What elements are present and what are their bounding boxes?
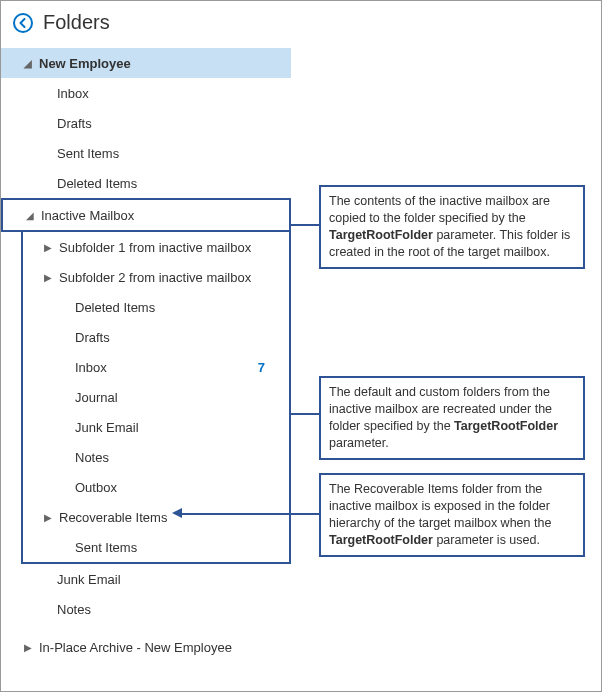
folder-junk-email[interactable]: • Junk Email	[1, 564, 291, 594]
folder-tree: ◢ New Employee • Inbox • Drafts • Sent I…	[1, 48, 291, 662]
folder-subfolder-2[interactable]: ▶ Subfolder 2 from inactive mailbox	[23, 262, 289, 292]
folder-sent-items-inactive[interactable]: • Sent Items	[23, 532, 289, 562]
folder-subfolder-1[interactable]: ▶ Subfolder 1 from inactive mailbox	[23, 232, 289, 262]
folder-label: Subfolder 1 from inactive mailbox	[59, 240, 281, 255]
folder-label: Sent Items	[75, 540, 281, 555]
folder-label: Deleted Items	[57, 176, 283, 191]
page-title: Folders	[43, 11, 110, 34]
folder-drafts[interactable]: • Drafts	[1, 108, 291, 138]
folder-outbox-inactive[interactable]: • Outbox	[23, 472, 289, 502]
folder-label: Inbox	[57, 86, 283, 101]
folder-inbox[interactable]: • Inbox	[1, 78, 291, 108]
caret-right-icon: ▶	[43, 272, 53, 283]
folder-label: Outbox	[75, 480, 281, 495]
folder-junk-inactive[interactable]: • Junk Email	[23, 412, 289, 442]
arrow-left-icon	[172, 508, 182, 518]
folder-label: Journal	[75, 390, 281, 405]
unread-count: 7	[258, 360, 265, 375]
folder-inbox-inactive[interactable]: • Inbox 7	[23, 352, 289, 382]
caret-right-icon: ▶	[43, 242, 53, 253]
folder-label: Drafts	[75, 330, 281, 345]
folder-label: Subfolder 2 from inactive mailbox	[59, 270, 281, 285]
caret-down-icon: ◢	[23, 58, 33, 69]
folder-in-place-archive[interactable]: ▶ In-Place Archive - New Employee	[1, 632, 291, 662]
folder-label: Junk Email	[75, 420, 281, 435]
folder-notes[interactable]: • Notes	[1, 594, 291, 624]
folder-label: New Employee	[39, 56, 283, 71]
folder-label: Junk Email	[57, 572, 283, 587]
back-icon[interactable]	[13, 13, 33, 33]
folder-recoverable-items[interactable]: ▶ Recoverable Items	[23, 502, 289, 532]
folder-root-new-employee[interactable]: ◢ New Employee	[1, 48, 291, 78]
connector-line	[181, 513, 319, 515]
folder-deleted-items[interactable]: • Deleted Items	[1, 168, 291, 198]
caret-right-icon: ▶	[23, 642, 33, 653]
folder-label: Drafts	[57, 116, 283, 131]
connector-line	[291, 224, 319, 226]
folder-inactive-mailbox[interactable]: ◢ Inactive Mailbox	[3, 200, 289, 230]
callout-subfolders: The default and custom folders from the …	[319, 376, 585, 460]
folder-drafts-inactive[interactable]: • Drafts	[23, 322, 289, 352]
callout-inactive-mailbox: The contents of the inactive mailbox are…	[319, 185, 585, 269]
folder-journal-inactive[interactable]: • Journal	[23, 382, 289, 412]
caret-right-icon: ▶	[43, 512, 53, 523]
callout-recoverable-items: The Recoverable Items folder from the in…	[319, 473, 585, 557]
folder-label: Inbox	[75, 360, 258, 375]
folder-label: In-Place Archive - New Employee	[39, 640, 283, 655]
folder-label: Recoverable Items	[59, 510, 281, 525]
folder-sent-items[interactable]: • Sent Items	[1, 138, 291, 168]
folder-deleted-items-inactive[interactable]: • Deleted Items	[23, 292, 289, 322]
folder-label: Inactive Mailbox	[41, 208, 281, 223]
folder-label: Notes	[57, 602, 283, 617]
connector-line	[291, 413, 319, 415]
folder-label: Notes	[75, 450, 281, 465]
folder-label: Deleted Items	[75, 300, 281, 315]
folder-notes-inactive[interactable]: • Notes	[23, 442, 289, 472]
highlight-box-inactive-mailbox: ◢ Inactive Mailbox	[1, 198, 291, 232]
folder-label: Sent Items	[57, 146, 283, 161]
caret-down-icon: ◢	[25, 210, 35, 221]
